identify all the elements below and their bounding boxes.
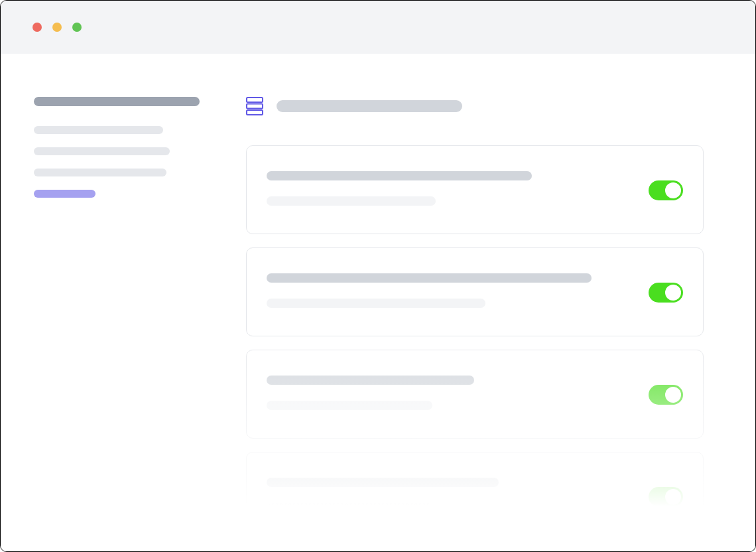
sidebar-item-0[interactable] [34,126,163,134]
card-title [267,478,499,487]
settings-card-0 [246,145,704,234]
sidebar-item-3[interactable] [34,190,95,198]
sidebar-item-2[interactable] [34,169,166,176]
toggle-switch-3[interactable] [649,487,683,507]
settings-card-1 [246,247,704,336]
card-title [267,273,592,283]
sidebar [34,97,203,551]
settings-card-2 [246,350,704,439]
svg-rect-0 [247,98,263,102]
card-subtitle [267,299,485,308]
main-panel [246,97,704,551]
card-subtitle [267,401,432,410]
card-text [267,171,629,206]
card-text [267,376,629,410]
window-close-button[interactable] [32,23,42,32]
toggle-switch-2[interactable] [649,385,683,405]
card-title [267,171,532,180]
page-header [246,97,704,115]
settings-card-3 [246,452,704,541]
card-text [267,478,629,512]
toggle-switch-0[interactable] [649,180,683,200]
card-subtitle [267,503,432,512]
toggle-switch-1[interactable] [649,283,683,303]
content-area [1,54,755,551]
sidebar-item-1[interactable] [34,147,170,155]
svg-rect-1 [247,104,263,109]
window-titlebar [1,1,755,54]
window-zoom-button[interactable] [72,23,82,32]
toggle-knob [665,489,681,505]
page-title [277,100,462,112]
card-text [267,273,629,308]
server-stack-icon [246,97,263,115]
toggle-knob [665,182,681,198]
app-window [0,0,756,552]
sidebar-heading [34,97,200,106]
card-subtitle [267,196,436,206]
toggle-knob [665,387,681,403]
svg-rect-2 [247,110,263,115]
card-title [267,376,474,385]
window-minimize-button[interactable] [52,23,62,32]
toggle-knob [665,285,681,301]
